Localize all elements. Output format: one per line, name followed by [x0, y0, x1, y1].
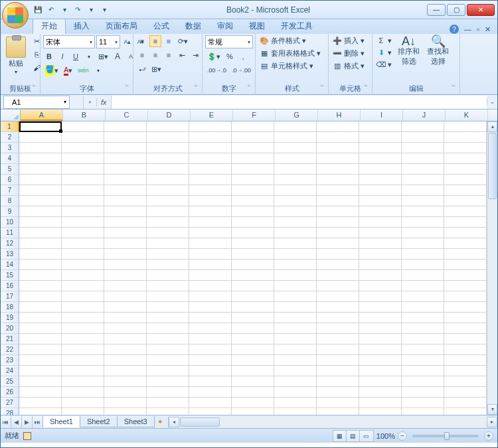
page-layout-view[interactable]: ▤ [347, 431, 360, 441]
vscroll-thumb[interactable] [488, 133, 497, 199]
cell-K14[interactable] [444, 260, 487, 270]
cell-F8[interactable] [232, 196, 274, 206]
cell-D3[interactable] [147, 143, 189, 153]
cell-A13[interactable] [19, 249, 62, 260]
cell-G26[interactable] [274, 387, 317, 398]
cell-G15[interactable] [274, 270, 317, 281]
cell-E27[interactable] [189, 398, 232, 408]
formula-input[interactable] [111, 96, 487, 109]
paste-button[interactable]: 粘贴 ▾ [3, 35, 29, 76]
cell-I5[interactable] [359, 164, 402, 175]
find-select-button[interactable]: 🔍 查找和 选择 [424, 35, 452, 68]
scroll-up[interactable]: ▴ [487, 121, 497, 132]
cell-F27[interactable] [232, 398, 274, 408]
cell-G20[interactable] [274, 323, 317, 334]
cell-A27[interactable] [19, 398, 62, 408]
cell-K16[interactable] [444, 281, 487, 291]
cell-B23[interactable] [62, 355, 104, 366]
cell-J24[interactable] [402, 366, 444, 376]
align-center[interactable]: ≡ [149, 49, 161, 61]
cell-H13[interactable] [317, 249, 359, 260]
align-left[interactable]: ≡ [136, 49, 148, 61]
cell-J18[interactable] [402, 302, 444, 313]
cell-J27[interactable] [402, 398, 444, 408]
zoom-out[interactable]: − [398, 431, 407, 441]
insert-sheet-button[interactable]: ✦ [155, 418, 168, 425]
align-bottom[interactable]: ≡ [163, 35, 175, 47]
cell-J8[interactable] [402, 196, 444, 206]
save-button[interactable]: 💾 [33, 5, 43, 15]
cell-J2[interactable] [402, 132, 444, 143]
cell-I23[interactable] [359, 355, 402, 366]
cell-K3[interactable] [444, 143, 487, 153]
comma-button[interactable]: , [237, 50, 249, 62]
cell-C3[interactable] [104, 143, 147, 153]
cell-G13[interactable] [274, 249, 317, 260]
cell-F17[interactable] [232, 291, 274, 302]
cell-I27[interactable] [359, 398, 402, 408]
cell-A19[interactable] [19, 313, 62, 323]
cell-B25[interactable] [62, 376, 104, 387]
format-as-table-button[interactable]: ▦套用表格格式 ▾ [258, 48, 322, 59]
cell-I19[interactable] [359, 313, 402, 323]
column-header-B[interactable]: B [63, 110, 106, 121]
minimize-button[interactable]: — [427, 4, 446, 16]
cell-D1[interactable] [147, 121, 189, 132]
cell-C20[interactable] [104, 323, 147, 334]
cell-K21[interactable] [444, 334, 487, 344]
cells-area[interactable] [19, 121, 487, 415]
cell-K15[interactable] [444, 270, 487, 281]
cell-F12[interactable] [232, 238, 274, 249]
cell-D12[interactable] [147, 238, 189, 249]
cell-G4[interactable] [274, 153, 317, 164]
cell-H7[interactable] [317, 185, 359, 196]
cell-C19[interactable] [104, 313, 147, 323]
cell-C8[interactable] [104, 196, 147, 206]
cell-F13[interactable] [232, 249, 274, 260]
cell-F24[interactable] [232, 366, 274, 376]
row-header-19[interactable]: 19 [1, 313, 19, 323]
tab-view[interactable]: 视图 [241, 19, 273, 34]
cell-J26[interactable] [402, 387, 444, 398]
cell-E12[interactable] [189, 238, 232, 249]
cell-J20[interactable] [402, 323, 444, 334]
cell-D4[interactable] [147, 153, 189, 164]
cell-D20[interactable] [147, 323, 189, 334]
cell-H5[interactable] [317, 164, 359, 175]
cell-I15[interactable] [359, 270, 402, 281]
cell-H24[interactable] [317, 366, 359, 376]
cell-I28[interactable] [359, 408, 402, 415]
cell-C17[interactable] [104, 291, 147, 302]
fill-button[interactable]: ⬇▾ [375, 47, 393, 58]
column-header-J[interactable]: J [403, 110, 446, 121]
cell-H10[interactable] [317, 217, 359, 228]
scroll-left[interactable]: ◂ [169, 417, 179, 427]
qat-customize[interactable]: ▾ [99, 5, 110, 15]
font-name-combo[interactable]: 宋体▾ [43, 35, 95, 48]
tab-insert[interactable]: 插入 [66, 19, 98, 34]
cell-E20[interactable] [189, 323, 232, 334]
cell-F20[interactable] [232, 323, 274, 334]
cell-B17[interactable] [62, 291, 104, 302]
cell-K24[interactable] [444, 366, 487, 376]
tab-home[interactable]: 开始 [33, 18, 66, 34]
cell-B6[interactable] [62, 175, 104, 185]
cell-C15[interactable] [104, 270, 147, 281]
cell-B28[interactable] [62, 408, 104, 415]
undo-button[interactable]: ↶ [46, 5, 56, 15]
cell-H21[interactable] [317, 334, 359, 344]
cell-C24[interactable] [104, 366, 147, 376]
row-header-25[interactable]: 25 [1, 376, 19, 387]
cell-J3[interactable] [402, 143, 444, 153]
cell-D13[interactable] [147, 249, 189, 260]
cell-G3[interactable] [274, 143, 317, 153]
column-header-F[interactable]: F [233, 110, 276, 121]
next-sheet[interactable]: ▶ [22, 416, 33, 428]
cell-A24[interactable] [19, 366, 62, 376]
row-header-20[interactable]: 20 [1, 323, 19, 334]
cell-C22[interactable] [104, 344, 147, 355]
cell-J14[interactable] [402, 260, 444, 270]
row-header-24[interactable]: 24 [1, 366, 19, 376]
row-header-14[interactable]: 14 [1, 260, 19, 270]
cell-J5[interactable] [402, 164, 444, 175]
